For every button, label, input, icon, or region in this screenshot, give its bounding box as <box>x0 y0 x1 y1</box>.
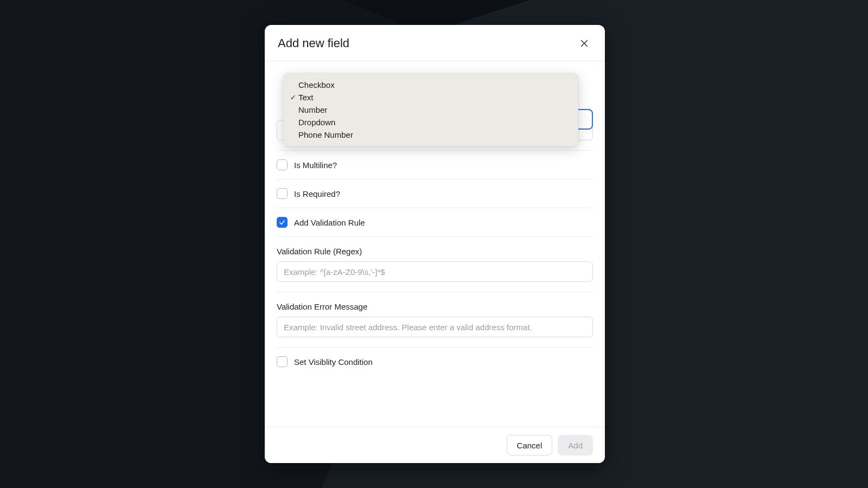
modal-footer: Cancel Add <box>265 427 605 463</box>
add-field-modal: Add new field Is Multiline? Is Required? <box>265 25 605 463</box>
modal-header: Add new field <box>265 25 605 61</box>
field-type-dropdown[interactable]: Checkbox ✓ Text Number Dropdown Phone Nu… <box>283 73 578 146</box>
is-multiline-row: Is Multiline? <box>277 151 593 179</box>
validation-rule-label: Validation Rule (Regex) <box>277 247 593 256</box>
set-visibility-checkbox[interactable] <box>277 356 288 367</box>
close-icon <box>579 38 590 49</box>
add-validation-checkbox[interactable] <box>277 217 288 228</box>
validation-error-input[interactable] <box>277 317 593 337</box>
set-visibility-label: Set Visiblity Condition <box>294 357 373 367</box>
field-type-option-number[interactable]: Number <box>283 104 578 116</box>
option-label: Checkbox <box>298 80 335 89</box>
cancel-button[interactable]: Cancel <box>507 435 553 455</box>
set-visibility-row: Set Visiblity Condition <box>277 348 593 370</box>
add-validation-row: Add Validation Rule <box>277 208 593 237</box>
validation-rule-input[interactable] <box>277 261 593 282</box>
validation-error-section: Validation Error Message <box>277 292 593 348</box>
validation-rule-section: Validation Rule (Regex) <box>277 237 593 292</box>
close-button[interactable] <box>577 36 592 51</box>
validation-error-label: Validation Error Message <box>277 302 593 311</box>
is-required-label: Is Required? <box>294 189 340 198</box>
is-required-row: Is Required? <box>277 179 593 208</box>
field-type-option-dropdown[interactable]: Dropdown <box>283 116 578 129</box>
option-label: Dropdown <box>298 118 335 127</box>
check-icon: ✓ <box>289 93 297 101</box>
is-multiline-checkbox[interactable] <box>277 159 288 170</box>
field-type-option-text[interactable]: ✓ Text <box>283 91 578 104</box>
field-type-option-phone[interactable]: Phone Number <box>283 129 578 141</box>
option-label: Text <box>298 93 314 102</box>
add-button[interactable]: Add <box>558 435 593 455</box>
is-required-checkbox[interactable] <box>277 188 288 199</box>
option-label: Phone Number <box>298 130 353 139</box>
is-multiline-label: Is Multiline? <box>294 160 337 170</box>
add-validation-label: Add Validation Rule <box>294 218 365 227</box>
modal-body: Is Multiline? Is Required? Add Validatio… <box>265 61 605 427</box>
field-type-option-checkbox[interactable]: Checkbox <box>283 79 578 91</box>
option-label: Number <box>298 105 327 114</box>
modal-title: Add new field <box>278 36 349 50</box>
